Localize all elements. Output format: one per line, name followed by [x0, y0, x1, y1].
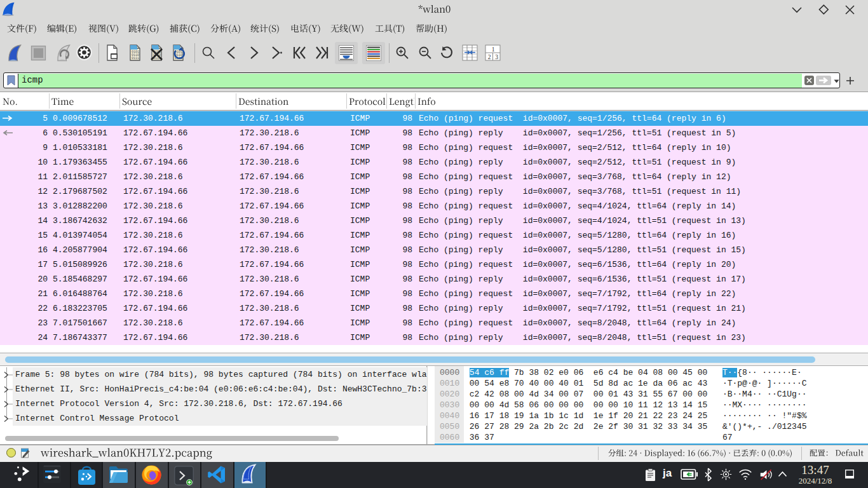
svg-text:1: 1	[492, 46, 495, 53]
svg-text:0111: 0111	[132, 57, 139, 60]
svg-text:3: 3	[495, 54, 498, 60]
svg-text:2: 2	[488, 54, 491, 60]
